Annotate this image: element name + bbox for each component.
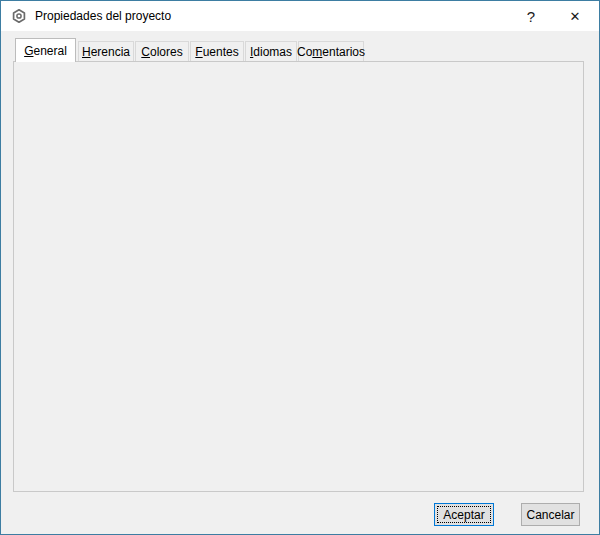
velneo-logo-icon bbox=[11, 8, 27, 24]
tab-pane-general bbox=[13, 61, 584, 492]
tab-colores[interactable]: Colores bbox=[135, 41, 189, 61]
tab-herencia[interactable]: Herencia bbox=[78, 41, 134, 61]
help-icon: ? bbox=[527, 8, 535, 25]
close-button[interactable]: ✕ bbox=[555, 1, 595, 31]
aceptar-button[interactable]: Aceptar bbox=[434, 503, 494, 526]
tab-idiomas[interactable]: Idiomas bbox=[245, 41, 297, 61]
close-icon: ✕ bbox=[570, 9, 581, 24]
dialog-title: Propiedades del proyecto bbox=[35, 9, 171, 23]
dialog-propiedades-proyecto: Propiedades del proyecto ? ✕ General Her… bbox=[0, 0, 600, 535]
title-bar[interactable]: Propiedades del proyecto ? ✕ bbox=[1, 1, 599, 31]
cancelar-button[interactable]: Cancelar bbox=[521, 503, 580, 526]
tab-comentarios[interactable]: Comentarios bbox=[298, 41, 364, 61]
tab-fuentes[interactable]: Fuentes bbox=[190, 41, 244, 61]
help-button[interactable]: ? bbox=[511, 1, 551, 31]
tab-general[interactable]: General bbox=[15, 38, 76, 62]
